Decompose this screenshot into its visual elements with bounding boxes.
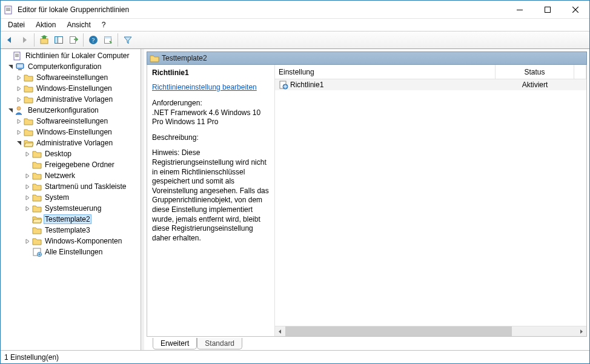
tree-item-testtemplate2[interactable]: Testtemplate2 [1,214,141,225]
chevron-right-icon[interactable] [24,237,31,245]
tree-label: Testtemplate3 [44,226,91,234]
tree-label: Desktop [44,150,73,158]
user-icon [15,105,25,115]
tree-item-all-settings[interactable]: Alle Einstellungen [1,247,141,257]
svg-rect-1 [6,8,10,8]
chevron-right-icon[interactable] [15,128,22,136]
svg-rect-0 [5,6,12,14]
chevron-right-icon[interactable] [15,74,22,81]
tree-item[interactable]: Administrative Vorlagen [1,94,141,105]
scroll-thumb[interactable] [285,326,512,336]
list-body[interactable]: Richtlinie1 Aktiviert [275,79,586,326]
folder-icon [32,204,42,213]
tree-label: Richtlinien für Lokaler Computer [24,51,130,60]
tree-item[interactable]: Windows-Komponenten [1,236,141,247]
tree-label: Windows-Einstellungen [35,128,113,136]
chevron-down-icon[interactable] [15,139,22,147]
tree-item[interactable]: Startmenü und Taskleiste [1,181,141,192]
expander-icon [24,248,31,256]
svg-rect-17 [15,56,19,57]
horizontal-scrollbar[interactable] [275,326,586,336]
back-button[interactable] [3,33,16,47]
column-header-status[interactable]: Status [496,65,574,79]
tab-extended[interactable]: Erweitert [153,338,197,349]
tab-standard[interactable]: Standard [197,338,242,349]
tree-item[interactable]: Testtemplate3 [1,225,141,236]
chevron-right-icon[interactable] [24,172,31,179]
toolbar-separator [83,33,84,47]
tree-label: Administrative Vorlagen [35,95,114,104]
settings-list-icon [32,247,42,257]
tree-item[interactable]: Softwareeinstellungen [1,72,141,83]
menu-view[interactable]: Ansicht [62,20,95,30]
chevron-right-icon[interactable] [24,183,31,190]
list-row[interactable]: Richtlinie1 Aktiviert [275,79,586,90]
chevron-down-icon[interactable] [7,63,14,70]
column-header-setting[interactable]: Einstellung [275,65,496,79]
help-button[interactable]: ? [87,33,100,47]
filter-button[interactable] [121,33,134,47]
chevron-right-icon[interactable] [15,96,22,103]
column-header-comment[interactable] [574,65,586,79]
tree-item[interactable]: Netzwerk [1,170,141,181]
scroll-right-icon[interactable] [576,326,586,336]
svg-rect-3 [6,10,10,11]
maximize-button[interactable] [534,1,562,18]
main-area: Richtlinien für Lokaler Computer Compute… [1,49,589,350]
tree-item[interactable]: Windows-Einstellungen [1,127,141,137]
svg-rect-20 [18,69,22,70]
requirements-text: .NET Framework 4.6 Windows 10 Pro Window… [152,108,260,127]
scroll-track[interactable] [285,326,576,336]
edit-policy-link[interactable]: Richtlinieneinstellung bearbeiten [152,83,270,91]
properties-button[interactable] [101,33,114,47]
tree-item[interactable]: Desktop [1,148,141,159]
minimize-button[interactable] [506,1,534,18]
chevron-right-icon[interactable] [24,150,31,157]
tree-item[interactable]: Softwareeinstellungen [1,116,141,127]
tree-admin-templates[interactable]: Administrative Vorlagen [1,137,141,148]
tree-pane[interactable]: Richtlinien für Lokaler Computer Compute… [1,49,141,350]
tree-computer-config[interactable]: Computerkonfiguration [1,61,141,72]
requirements-label: Anforderungen: [152,99,202,107]
path-header: Testtemplate2 [147,51,587,65]
menu-action[interactable]: Aktion [31,20,61,30]
menu-help[interactable]: ? [97,20,111,30]
forward-button[interactable] [18,33,31,47]
menu-file[interactable]: Datei [3,20,30,30]
svg-rect-5 [545,7,551,12]
chevron-right-icon[interactable] [24,194,31,201]
show-hide-tree-button[interactable] [52,33,65,47]
folder-icon [24,94,33,104]
tree-item[interactable]: System [1,192,141,203]
svg-text:?: ? [92,36,95,44]
expander-icon[interactable] [4,52,12,59]
svg-rect-6 [41,39,48,44]
chevron-right-icon[interactable] [15,85,22,92]
status-text: 1 Einstellung(en) [4,353,59,362]
svg-rect-19 [17,64,23,68]
tree-root[interactable]: Richtlinien für Lokaler Computer [1,50,141,61]
export-list-button[interactable] [67,33,80,47]
app-icon [4,5,14,15]
chevron-right-icon[interactable] [24,205,31,212]
tree-item[interactable]: Freigegebene Ordner [1,159,141,170]
tree-user-config[interactable]: Benutzerkonfiguration [1,105,141,116]
scroll-left-icon[interactable] [275,326,285,336]
window-title: Editor für lokale Gruppenrichtlinien [18,5,506,14]
tree-item[interactable]: Systemsteuerung [1,203,141,214]
tree-label: Testtemplate2 [44,214,91,224]
svg-rect-2 [6,9,10,10]
chevron-down-icon[interactable] [7,107,14,114]
chevron-right-icon[interactable] [15,117,22,125]
svg-rect-9 [70,37,76,44]
description-label: Beschreibung: [152,133,199,142]
close-button[interactable] [562,1,589,18]
title-bar: Editor für lokale Gruppenrichtlinien [1,1,589,19]
up-level-button[interactable] [38,33,51,47]
tree-item[interactable]: Windows-Einstellungen [1,83,141,94]
tree-label: Alle Einstellungen [44,248,104,256]
menu-bar: Datei Aktion Ansicht ? [1,19,589,31]
tree-label: Softwareeinstellungen [35,117,109,125]
toolbar: ? [1,31,589,49]
expander-icon [24,216,31,223]
